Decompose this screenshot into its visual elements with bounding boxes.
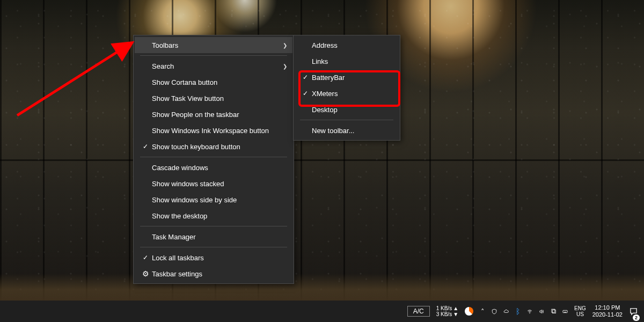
system-tray: A/C 1 KB/s▲ 3 KB/s▼ ˄ ᛒ ⧉ bbox=[404, 301, 644, 322]
menu-label: BatteryBar bbox=[312, 74, 383, 82]
net-down: 3 KB/s▼ bbox=[436, 311, 458, 317]
menu-lock-taskbars[interactable]: ✓ Lock all taskbars bbox=[135, 250, 292, 266]
keyboard-icon bbox=[562, 308, 568, 316]
taskbar-context-menu: Toolbars ❯ Search ❯ Show Cortana button … bbox=[133, 35, 294, 284]
tray-network-icon[interactable] bbox=[524, 301, 536, 322]
tray-bluetooth-icon[interactable]: ᛒ bbox=[512, 301, 524, 322]
menu-show-cortana[interactable]: Show Cortana button bbox=[135, 74, 292, 90]
tray-clock[interactable]: 12:10 PM 2020-11-02 bbox=[589, 301, 626, 322]
taskbar[interactable]: A/C 1 KB/s▲ 3 KB/s▼ ˄ ᛒ ⧉ bbox=[0, 301, 644, 322]
menu-side-by-side[interactable]: Show windows side by side bbox=[135, 192, 292, 208]
show-desktop-sliver[interactable] bbox=[641, 301, 644, 322]
svg-rect-2 bbox=[563, 310, 567, 312]
submenu-xmeters[interactable]: ✓ XMeters bbox=[295, 85, 399, 101]
menu-label: Show windows stacked bbox=[152, 180, 276, 188]
wifi-icon bbox=[527, 308, 532, 316]
xmeters-cpu-pie[interactable] bbox=[462, 301, 477, 322]
menu-label: Toolbars bbox=[152, 41, 276, 49]
up-arrow-icon: ▲ bbox=[453, 305, 458, 311]
menu-cascade[interactable]: Cascade windows bbox=[135, 159, 292, 175]
notification-badge: 2 bbox=[633, 314, 640, 321]
menu-task-manager[interactable]: Task Manager bbox=[135, 229, 292, 245]
toolbars-submenu: Address Links ✓ BatteryBar ✓ XMeters Des… bbox=[293, 35, 400, 141]
tray-security-icon[interactable] bbox=[488, 301, 500, 322]
batterybar-status: A/C bbox=[407, 306, 430, 317]
chevron-right-icon: ❯ bbox=[283, 42, 287, 48]
lang-top: ENG bbox=[574, 305, 586, 311]
menu-label: Show the desktop bbox=[152, 212, 276, 220]
submenu-batterybar[interactable]: ✓ BatteryBar bbox=[295, 69, 399, 85]
menu-label: Show Cortana button bbox=[152, 78, 276, 86]
menu-label: Task Manager bbox=[152, 233, 276, 241]
menu-show-desktop[interactable]: Show the desktop bbox=[135, 208, 292, 224]
tray-volume-icon[interactable] bbox=[536, 301, 547, 322]
tray-overflow[interactable]: ˄ bbox=[477, 301, 488, 322]
lang-bottom: US bbox=[576, 311, 584, 317]
clock-time: 12:10 PM bbox=[595, 304, 620, 311]
xmeters-netspeed[interactable]: 1 KB/s▲ 3 KB/s▼ bbox=[433, 301, 462, 322]
dropbox-icon: ⧉ bbox=[551, 307, 556, 316]
menu-label: Taskbar settings bbox=[152, 270, 276, 278]
submenu-desktop[interactable]: Desktop bbox=[295, 101, 399, 118]
bluetooth-icon: ᛒ bbox=[516, 307, 520, 316]
menu-show-ink[interactable]: Show Windows Ink Workspace button bbox=[135, 122, 292, 138]
menu-show-taskview[interactable]: Show Task View button bbox=[135, 90, 292, 106]
clock-date: 2020-11-02 bbox=[592, 311, 623, 318]
menu-taskbar-settings[interactable]: ⚙ Taskbar settings bbox=[135, 266, 292, 282]
menu-label: Cascade windows bbox=[152, 164, 276, 172]
submenu-links[interactable]: Links bbox=[295, 53, 399, 69]
menu-label: Links bbox=[312, 57, 383, 65]
submenu-address[interactable]: Address bbox=[295, 37, 399, 53]
menu-show-touch-keyboard[interactable]: ✓ Show touch keyboard button bbox=[135, 138, 292, 155]
menu-separator bbox=[140, 55, 287, 56]
menu-separator bbox=[140, 226, 287, 226]
check-icon: ✓ bbox=[139, 254, 152, 261]
menu-label: Show Windows Ink Workspace button bbox=[152, 127, 276, 135]
menu-stacked[interactable]: Show windows stacked bbox=[135, 175, 292, 192]
tray-onedrive-icon[interactable] bbox=[500, 301, 512, 322]
pie-chart-icon bbox=[465, 307, 473, 316]
menu-separator bbox=[140, 247, 287, 247]
down-arrow-icon: ▼ bbox=[453, 311, 458, 317]
menu-label: XMeters bbox=[312, 90, 383, 98]
menu-toolbars[interactable]: Toolbars ❯ bbox=[135, 37, 292, 53]
menu-label: Lock all taskbars bbox=[152, 254, 276, 262]
menu-label: Desktop bbox=[312, 106, 383, 114]
net-up: 1 KB/s▲ bbox=[436, 305, 458, 311]
speaker-icon bbox=[539, 308, 544, 316]
chevron-right-icon: ❯ bbox=[283, 63, 287, 69]
menu-label: Show People on the taskbar bbox=[152, 111, 276, 119]
tray-action-center[interactable]: 2 bbox=[626, 301, 641, 322]
menu-label: Address bbox=[312, 41, 383, 49]
chevron-up-icon: ˄ bbox=[481, 308, 485, 316]
tray-dropbox-icon[interactable]: ⧉ bbox=[547, 301, 559, 322]
menu-separator bbox=[300, 120, 393, 120]
menu-label: Show touch keyboard button bbox=[152, 143, 276, 151]
submenu-new-toolbar[interactable]: New toolbar... bbox=[295, 122, 399, 138]
batterybar-toolbar[interactable]: A/C bbox=[404, 301, 433, 322]
gear-icon: ⚙ bbox=[139, 269, 152, 278]
menu-label: Show Task View button bbox=[152, 94, 276, 103]
shield-icon bbox=[492, 308, 497, 316]
cloud-icon bbox=[503, 308, 509, 316]
menu-separator bbox=[140, 157, 287, 157]
check-icon: ✓ bbox=[299, 90, 312, 97]
menu-show-people[interactable]: Show People on the taskbar bbox=[135, 106, 292, 122]
svg-point-1 bbox=[529, 313, 530, 313]
menu-search[interactable]: Search ❯ bbox=[135, 58, 292, 74]
check-icon: ✓ bbox=[299, 74, 312, 81]
menu-label: Show windows side by side bbox=[152, 196, 276, 204]
check-icon: ✓ bbox=[139, 143, 152, 150]
menu-label: Search bbox=[152, 62, 276, 70]
tray-language[interactable]: ENG US bbox=[571, 301, 589, 322]
menu-label: New toolbar... bbox=[312, 127, 383, 135]
tray-keyboard-icon[interactable] bbox=[559, 301, 571, 322]
